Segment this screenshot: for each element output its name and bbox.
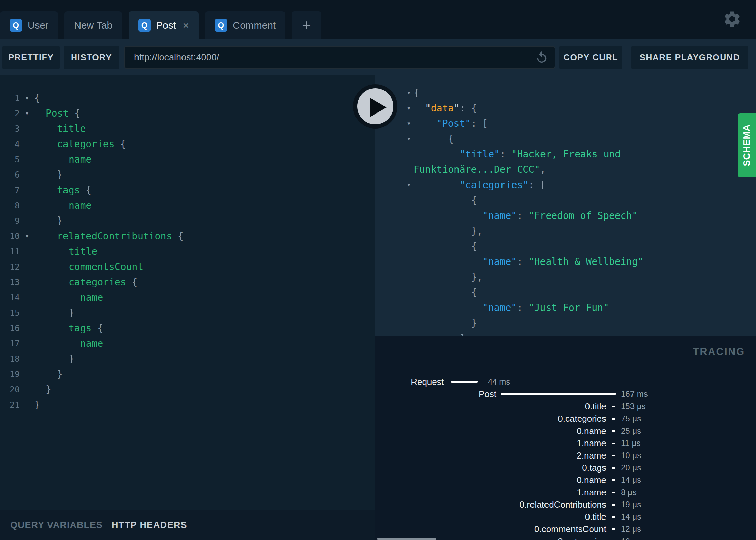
tab-bar: QUserNew TabQPost×QComment+ xyxy=(0,0,756,39)
fold-arrow-icon[interactable]: ▾ xyxy=(404,85,413,101)
response-line: } xyxy=(375,315,756,331)
query-line: 1▾{ xyxy=(0,90,375,106)
code-text: { xyxy=(34,92,40,104)
line-number: 2 xyxy=(0,106,20,121)
trace-resolver-time: 153 μs xyxy=(621,400,646,412)
code-text: } xyxy=(413,317,477,329)
response-line: ] xyxy=(375,331,756,336)
trace-resolver-time: 10 μs xyxy=(621,535,641,540)
toolbar: PRETTIFY HISTORY COPY CURL SHARE PLAYGRO… xyxy=(0,39,756,75)
response-line: }, xyxy=(375,223,756,239)
line-number: 9 xyxy=(0,213,20,228)
trace-row: 0.tags20 μs xyxy=(375,462,756,474)
code-text: name xyxy=(34,338,103,349)
trace-span-bar xyxy=(451,381,478,382)
line-number: 1 xyxy=(0,90,20,106)
trace-resolver-bar xyxy=(612,479,615,481)
settings-gear-icon[interactable] xyxy=(723,10,742,29)
code-text: { xyxy=(413,87,419,99)
code-text: }, xyxy=(413,271,483,283)
fold-arrow-icon[interactable]: ▾ xyxy=(20,90,34,106)
query-line: 19} xyxy=(0,366,375,382)
tab-new-tab[interactable]: New Tab xyxy=(64,11,122,39)
trace-resolver-time: 10 μs xyxy=(621,449,641,462)
response-line: ▾"data": { xyxy=(375,101,756,116)
trace-span-time: 167 ms xyxy=(621,388,648,400)
query-badge: Q xyxy=(10,19,22,32)
line-number: 17 xyxy=(0,336,20,351)
query-line: 15} xyxy=(0,305,375,320)
trace-span-label: Request xyxy=(411,376,444,388)
query-line: 13categories { xyxy=(0,274,375,290)
new-tab-button[interactable]: + xyxy=(292,11,321,39)
code-text: name xyxy=(34,200,91,211)
reload-schema-icon[interactable] xyxy=(535,51,549,64)
play-icon xyxy=(369,97,387,118)
code-text: { xyxy=(413,195,477,206)
trace-resolver-time: 14 μs xyxy=(621,474,641,486)
tab-post[interactable]: QPost× xyxy=(129,11,199,39)
trace-resolver-bar xyxy=(612,442,615,444)
trace-resolver-time: 19 μs xyxy=(621,498,641,511)
code-text: name xyxy=(34,154,91,165)
history-button[interactable]: HISTORY xyxy=(64,46,119,69)
line-number: 18 xyxy=(0,351,20,366)
response-line: Funktionäre...Der CCC", xyxy=(375,162,756,177)
tab-label: New Tab xyxy=(74,20,112,31)
query-line: 7tags { xyxy=(0,182,375,198)
trace-resolver-path: 0.title xyxy=(585,511,606,523)
http-headers-tab[interactable]: HTTP HEADERS xyxy=(112,520,187,530)
code-text: name xyxy=(34,292,103,303)
query-variables-tab[interactable]: QUERY VARIABLES xyxy=(10,520,103,530)
trace-span-time: 44 ms xyxy=(488,376,510,388)
trace-resolver-path: 1.name xyxy=(577,437,606,449)
trace-resolver-time: 11 μs xyxy=(621,437,640,449)
code-text: categories { xyxy=(34,276,137,288)
fold-arrow-icon[interactable]: ▾ xyxy=(404,116,413,131)
query-line: 16tags { xyxy=(0,320,375,336)
fold-arrow-icon[interactable]: ▾ xyxy=(20,106,34,121)
trace-row: 0.commentsCount12 μs xyxy=(375,523,756,535)
line-number: 6 xyxy=(0,167,20,182)
prettify-button[interactable]: PRETTIFY xyxy=(2,46,60,69)
code-text: "title": "Hacker, Freaks und xyxy=(413,149,621,160)
code-text: title xyxy=(34,246,97,257)
line-number: 19 xyxy=(0,366,20,382)
trace-resolver-path: 1.name xyxy=(577,486,606,498)
trace-resolver-time: 14 μs xyxy=(621,511,641,523)
response-line: "name": "Health & Wellbeing" xyxy=(375,254,756,269)
schema-tab-button[interactable]: SCHEMA xyxy=(738,113,756,177)
tab-label: User xyxy=(28,20,48,31)
query-line: 4categories { xyxy=(0,136,375,152)
close-tab-icon[interactable]: × xyxy=(183,20,189,31)
tab-comment[interactable]: QComment xyxy=(205,11,285,39)
share-playground-button[interactable]: SHARE PLAYGROUND xyxy=(631,46,748,69)
tracing-scrollbar-thumb[interactable] xyxy=(377,538,436,540)
fold-arrow-icon[interactable]: ▾ xyxy=(404,177,413,193)
line-number: 12 xyxy=(0,259,20,274)
fold-arrow-icon[interactable]: ▾ xyxy=(20,228,34,244)
code-text: "data": { xyxy=(413,103,477,114)
code-text: } xyxy=(34,307,74,318)
graphql-playground-window: QUserNew TabQPost×QComment+ PRETTIFY HIS… xyxy=(0,0,756,540)
copy-curl-button[interactable]: COPY CURL xyxy=(559,46,622,69)
trace-row: 0.categories75 μs xyxy=(375,412,756,425)
tracing-title: TRACING xyxy=(693,346,745,357)
trace-row: 0.name25 μs xyxy=(375,425,756,437)
trace-row: 0.relatedContributions19 μs xyxy=(375,498,756,511)
fold-arrow-icon[interactable]: ▾ xyxy=(404,101,413,116)
code-text: "categories": [ xyxy=(413,179,546,191)
execute-query-button[interactable] xyxy=(353,84,397,129)
query-editor[interactable]: 1▾{2▾Post {3title4categories {5name6}7ta… xyxy=(0,75,375,510)
code-text: } xyxy=(34,369,63,380)
line-number: 3 xyxy=(0,121,20,136)
trace-resolver-bar xyxy=(612,528,615,530)
query-line: 21} xyxy=(0,397,375,412)
trace-resolver-bar xyxy=(612,467,615,469)
tab-user[interactable]: QUser xyxy=(0,11,58,39)
query-line: 5name xyxy=(0,152,375,167)
trace-resolver-path: 0.tags xyxy=(582,462,606,474)
fold-arrow-icon[interactable]: ▾ xyxy=(404,131,413,147)
code-text: commentsCount xyxy=(34,261,143,272)
endpoint-url-input[interactable] xyxy=(125,47,555,68)
